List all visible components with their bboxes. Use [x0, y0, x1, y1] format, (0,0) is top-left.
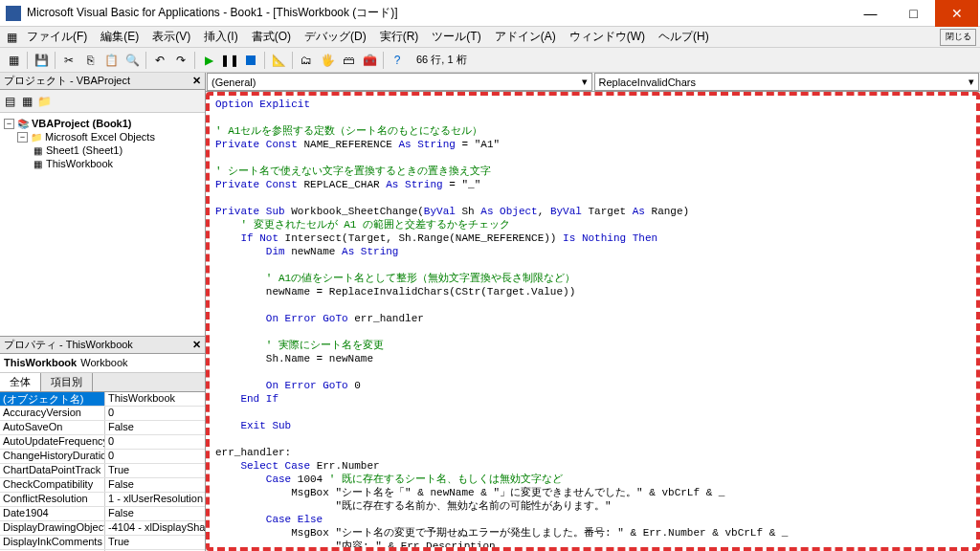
property-row[interactable]: (オブジェクト名)ThisWorkbook	[0, 392, 205, 407]
menu-format[interactable]: 書式(O)	[246, 27, 297, 47]
app-icon	[6, 6, 21, 21]
excel-icon[interactable]: ▦	[4, 30, 19, 45]
main-toolbar: ▦ 💾 ✂ ⎘ 📋 🔍 ↶ ↷ ▶ ❚❚ 📐 🗂 🖐 🗃 🧰 ? 66 行, 1…	[0, 48, 980, 73]
menu-debug[interactable]: デバッグ(D)	[299, 27, 372, 47]
toggle-folders-icon[interactable]: 📁	[36, 94, 52, 109]
property-name: ChangeHistoryDuration	[0, 450, 105, 463]
save-icon[interactable]: 💾	[32, 51, 51, 70]
menu-window[interactable]: ウィンドウ(W)	[564, 27, 651, 47]
property-value[interactable]: True	[105, 464, 205, 477]
property-name: (オブジェクト名)	[0, 392, 105, 406]
property-name: AutoUpdateFrequency	[0, 435, 105, 449]
minimize-button[interactable]: —	[849, 0, 892, 27]
properties-panel-header: プロパティ - ThisWorkbook ✕	[0, 337, 205, 354]
maximize-button[interactable]: □	[892, 0, 935, 27]
property-row[interactable]: AutoUpdateFrequency0	[0, 435, 205, 450]
property-row[interactable]: AutoSaveOnFalse	[0, 421, 205, 435]
property-row[interactable]: CheckCompatibilityFalse	[0, 478, 205, 493]
property-value[interactable]: True	[105, 536, 205, 549]
run-icon[interactable]: ▶	[199, 51, 218, 70]
menu-tools[interactable]: ツール(T)	[426, 27, 486, 47]
properties-icon[interactable]: 🖐	[318, 51, 337, 70]
find-icon[interactable]: 🔍	[122, 51, 142, 70]
property-name: DisplayDrawingObjects	[0, 521, 105, 535]
close-doc-button[interactable]: 閉じる	[940, 29, 976, 46]
object-browser-icon[interactable]: 🗃	[339, 51, 358, 70]
property-value[interactable]: ThisWorkbook	[105, 392, 205, 406]
help-icon[interactable]: ?	[388, 51, 407, 70]
property-row[interactable]: DisplayDrawingObjects-4104 - xlDisplaySh…	[0, 521, 205, 536]
property-value[interactable]: 0	[105, 407, 205, 420]
properties-panel-close-icon[interactable]: ✕	[192, 339, 201, 351]
view-excel-icon[interactable]: ▦	[4, 51, 23, 70]
menu-bar: ▦ ファイル(F) 編集(E) 表示(V) 挿入(I) 書式(O) デバッグ(D…	[0, 27, 980, 48]
break-icon[interactable]: ❚❚	[220, 51, 239, 70]
properties-object-selector[interactable]: ThisWorkbook Workbook	[0, 354, 205, 373]
tree-sheet1[interactable]: Sheet1 (Sheet1)	[46, 144, 122, 156]
tab-alphabetical[interactable]: 全体	[0, 373, 41, 391]
properties-panel-title: プロパティ - ThisWorkbook	[4, 338, 133, 352]
chevron-down-icon: ▾	[582, 76, 588, 88]
property-row[interactable]: DisplayInkCommentsTrue	[0, 536, 205, 550]
property-value[interactable]: -4104 - xlDisplayShapes	[105, 521, 205, 535]
object-dropdown-value: (General)	[212, 77, 256, 88]
design-mode-icon[interactable]: 📐	[269, 51, 288, 70]
procedure-dropdown[interactable]: ReplaceInvalidChars▾	[594, 73, 980, 91]
property-value[interactable]: False	[105, 421, 205, 434]
property-name: AutoSaveOn	[0, 421, 105, 434]
window-title: Microsoft Visual Basic for Applications …	[27, 5, 849, 21]
project-toolbar: ▤ ▦ 📁	[0, 90, 205, 113]
tab-categorized[interactable]: 項目別	[41, 373, 93, 391]
menu-file[interactable]: ファイル(F)	[21, 27, 93, 47]
menu-run[interactable]: 実行(R)	[374, 27, 425, 47]
procedure-dropdown-value: ReplaceInvalidChars	[599, 77, 697, 88]
view-code-icon[interactable]: ▤	[2, 94, 17, 109]
property-value[interactable]: 0	[105, 435, 205, 449]
menu-view[interactable]: 表示(V)	[146, 27, 196, 47]
view-object-icon[interactable]: ▦	[19, 94, 34, 109]
property-row[interactable]: ConflictResolution1 - xlUserResolution	[0, 493, 205, 507]
property-row[interactable]: AccuracyVersion0	[0, 407, 205, 421]
project-explorer-icon[interactable]: 🗂	[297, 51, 316, 70]
menu-edit[interactable]: 編集(E)	[95, 27, 145, 47]
property-row[interactable]: ChangeHistoryDuration0	[0, 450, 205, 464]
project-panel-close-icon[interactable]: ✕	[192, 75, 201, 87]
properties-object-type: Workbook	[80, 357, 127, 368]
copy-icon[interactable]: ⎘	[80, 51, 100, 70]
property-name: AccuracyVersion	[0, 407, 105, 420]
code-editor[interactable]: Option Explicit ' A1セルを参照する定数（シート名のもとになる…	[206, 92, 980, 551]
cut-icon[interactable]: ✂	[59, 51, 78, 70]
menu-insert[interactable]: 挿入(I)	[198, 27, 243, 47]
project-root[interactable]: VBAProject (Book1)	[32, 118, 132, 129]
object-dropdown[interactable]: (General)▾	[207, 73, 592, 91]
property-value[interactable]: False	[105, 507, 205, 520]
toolbox-icon[interactable]: 🧰	[360, 51, 379, 70]
cursor-position: 66 行, 1 桁	[416, 53, 467, 67]
property-value[interactable]: 1 - xlUserResolution	[105, 493, 205, 506]
tree-thisworkbook[interactable]: ThisWorkbook	[46, 158, 113, 169]
project-panel-title: プロジェクト - VBAProject	[4, 74, 130, 88]
redo-icon[interactable]: ↷	[171, 51, 190, 70]
property-row[interactable]: Date1904False	[0, 507, 205, 521]
property-name: CheckCompatibility	[0, 478, 105, 492]
property-name: DisplayInkComments	[0, 536, 105, 549]
properties-object-name: ThisWorkbook	[4, 357, 77, 368]
paste-icon[interactable]: 📋	[101, 51, 121, 70]
reset-icon[interactable]	[241, 51, 260, 70]
window-titlebar: Microsoft Visual Basic for Applications …	[0, 0, 980, 27]
property-name: ConflictResolution	[0, 493, 105, 506]
chevron-down-icon: ▾	[969, 76, 974, 88]
property-name: ChartDataPointTrack	[0, 464, 105, 477]
project-panel-header: プロジェクト - VBAProject ✕	[0, 73, 205, 90]
property-name: Date1904	[0, 507, 105, 520]
undo-icon[interactable]: ↶	[150, 51, 169, 70]
properties-grid[interactable]: (オブジェクト名)ThisWorkbookAccuracyVersion0Aut…	[0, 392, 205, 552]
menu-help[interactable]: ヘルプ(H)	[653, 27, 715, 47]
property-value[interactable]: False	[105, 478, 205, 492]
project-folder[interactable]: Microsoft Excel Objects	[45, 131, 155, 143]
close-button[interactable]: ✕	[935, 0, 978, 27]
property-row[interactable]: ChartDataPointTrackTrue	[0, 464, 205, 478]
menu-addins[interactable]: アドイン(A)	[489, 27, 562, 47]
project-tree[interactable]: −📚VBAProject (Book1) −📁Microsoft Excel O…	[0, 113, 205, 337]
property-value[interactable]: 0	[105, 450, 205, 463]
